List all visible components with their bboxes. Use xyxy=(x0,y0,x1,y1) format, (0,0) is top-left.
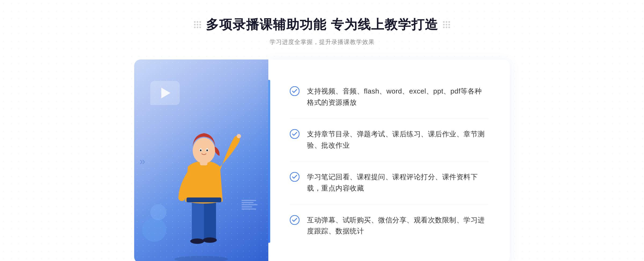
feature-text-3: 学习笔记回看、课程提问、课程评论打分、课件资料下载，重点内容收藏 xyxy=(307,171,488,194)
feature-item-2: 支持章节目录、弹题考试、课后练习、课后作业、章节测验、批改作业 xyxy=(290,118,488,161)
left-chevron-icon: » xyxy=(140,155,145,167)
check-icon-3 xyxy=(290,172,299,182)
feature-text-4: 互动弹幕、试听购买、微信分享、观看次数限制、学习进度跟踪、数据统计 xyxy=(307,215,488,237)
feature-item-4: 互动弹幕、试听购买、微信分享、观看次数限制、学习进度跟踪、数据统计 xyxy=(290,204,488,247)
feature-text-2: 支持章节目录、弹题考试、课后练习、课后作业、章节测验、批改作业 xyxy=(307,129,488,151)
play-triangle-icon xyxy=(161,88,170,98)
content-area: » xyxy=(134,59,510,261)
svg-rect-2 xyxy=(204,199,216,240)
title-deco-left xyxy=(194,21,201,28)
svg-point-14 xyxy=(290,129,299,139)
check-icon-2 xyxy=(290,129,299,139)
header-title-row: 多项录播课辅助功能 专为线上教学打造 xyxy=(194,16,450,33)
header-section: 多项录播课辅助功能 专为线上教学打造 学习进度全掌握，提升录播课教学效果 xyxy=(194,16,450,46)
main-title: 多项录播课辅助功能 专为线上教学打造 xyxy=(206,16,438,33)
svg-point-4 xyxy=(203,237,217,243)
svg-point-6 xyxy=(193,138,215,163)
right-panel: 支持视频、音频、flash、word、excel、ppt、pdf等各种格式的资源… xyxy=(268,59,510,261)
feature-text-1: 支持视频、音频、flash、word、excel、ppt、pdf等各种格式的资源… xyxy=(307,86,488,108)
feature-item-3: 学习笔记回看、课程提问、课程评论打分、课件资料下载，重点内容收藏 xyxy=(290,161,488,204)
check-icon-1 xyxy=(290,86,299,96)
svg-point-3 xyxy=(190,238,204,244)
feature-item-1: 支持视频、音频、flash、word、excel、ppt、pdf等各种格式的资源… xyxy=(290,76,488,118)
sub-title: 学习进度全掌握，提升录播课教学效果 xyxy=(194,38,450,46)
svg-point-16 xyxy=(290,215,299,225)
play-bubble xyxy=(150,81,180,105)
svg-point-8 xyxy=(200,149,202,151)
page-wrapper: 多项录播课辅助功能 专为线上教学打造 学习进度全掌握，提升录播课教学效果 » xyxy=(0,0,644,261)
check-icon-4 xyxy=(290,215,299,225)
svg-point-0 xyxy=(174,256,228,261)
svg-point-13 xyxy=(290,87,299,96)
person-illustration xyxy=(150,108,252,261)
svg-point-10 xyxy=(206,149,208,151)
svg-rect-1 xyxy=(192,199,204,242)
accent-bar xyxy=(268,80,270,243)
left-card xyxy=(134,59,268,261)
svg-point-11 xyxy=(237,134,241,138)
svg-rect-12 xyxy=(186,197,221,202)
svg-point-15 xyxy=(290,172,299,181)
title-deco-right xyxy=(443,21,450,28)
